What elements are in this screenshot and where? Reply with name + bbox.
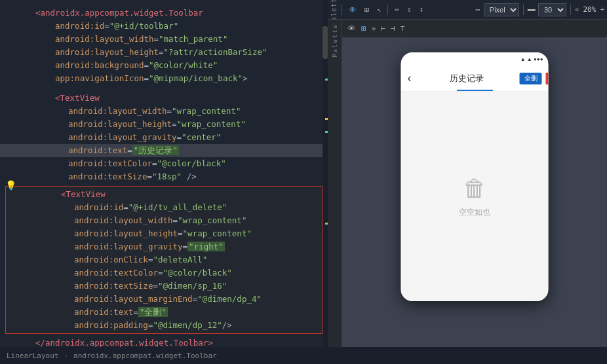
code-line-1: <androidx.appcompat.widget.Toolbar [0, 7, 328, 20]
status-bar: LinearLayout › androidx.appcompat.widget… [0, 347, 607, 364]
code-line-2: android:id="@+id/toolbar" [0, 20, 328, 33]
zoom-percent: 20% [582, 5, 598, 14]
code-line-4: android:layout_height="?attr/actionBarSi… [0, 46, 328, 59]
align-center-icon[interactable]: ↕ [417, 4, 427, 15]
toolbar-sep-4 [570, 5, 571, 15]
status-toolbar: androidx.appcompat.widget.Toolbar [73, 352, 217, 360]
phone-title: 历史记录 [414, 73, 520, 84]
design-area: Palette 👁 ⊞ ✛ ⊢ ⊣ ⊤ ▲ ▲ ●●● [328, 20, 607, 364]
toolbar-sep-3 [523, 5, 524, 15]
phone-mockup: ▲ ▲ ●●● ‹ 历史记录 全删 🗑 空空如也 [401, 52, 549, 301]
design-align-right-icon[interactable]: ⊣ [391, 24, 395, 33]
hl-line-5: android:layout_gravity="right" [6, 240, 322, 253]
scrollbar-thumb[interactable] [323, 26, 328, 59]
design-snap-icon[interactable]: ✛ [372, 24, 376, 33]
hl-line-4: android:layout_height="wrap_content" [6, 227, 322, 240]
phone-content: 🗑 空空如也 [401, 92, 549, 301]
hl-line-3: android:layout_width="wrap_content" [6, 214, 322, 227]
hl-line-2: android:id="@+id/tv_all_delete" [6, 201, 322, 214]
design-canvas: 👁 ⊞ ✛ ⊢ ⊣ ⊤ ▲ ▲ ●●● ‹ 历史记录 全删 [342, 20, 607, 364]
code-line-3: android:layout_width="match_parent" [0, 33, 328, 46]
design-toolbar: 👁 ⊞ ✛ ⊢ ⊣ ⊤ [342, 20, 607, 38]
device-select[interactable]: Pixel [484, 3, 519, 16]
right-panel: Palette 👁 ⊞ ↖ ⇔ ⇕ ↕ ▭ Pixel ▬▬ 30 [328, 0, 607, 364]
hl-line-7: android:textColor="@color/black" [6, 266, 322, 280]
toolbar-sep-2 [387, 5, 388, 15]
phone-app-bar: ‹ 历史记录 全删 [401, 65, 549, 92]
design-eye-icon[interactable]: 👁 [347, 24, 356, 33]
design-align-top-icon[interactable]: ⊤ [401, 24, 405, 33]
code-line-6: app:navigationIcon="@mipmap/icon_back"> [0, 72, 328, 85]
zoom-in-btn[interactable]: + [600, 5, 604, 14]
eye-icon[interactable]: 👁 [346, 4, 359, 16]
code-line-12: android:text="历史记录" [0, 144, 328, 157]
highlighted-code-block: <TextView android:id="@+id/tv_all_delete… [5, 186, 323, 334]
zoom-select[interactable]: 30 [538, 3, 566, 16]
align-v-icon[interactable]: ⇕ [404, 4, 414, 15]
code-line-14: android:textSize="18sp" /> [0, 170, 328, 183]
code-line-7 [0, 85, 328, 92]
hl-line-11: android:padding="@dimen/dp_12"/> [6, 319, 322, 332]
cursor-icon[interactable]: ↖ [374, 5, 383, 14]
code-line-5: android:background="@color/white" [0, 59, 328, 72]
phone-back-button: ‹ [408, 71, 412, 85]
zoom-bars-icon: ▬▬ [528, 6, 536, 13]
zoom-out-btn[interactable]: « [575, 5, 579, 14]
status-layout: LinearLayout [7, 352, 58, 360]
empty-state-icon: 🗑 [463, 175, 486, 202]
phone-status-icons: ▲ ▲ ●●● [520, 56, 543, 62]
hl-line-8: android:textSize="@dimen/sp_16" [6, 280, 322, 293]
lightbulb-icon[interactable]: 💡 [5, 180, 16, 191]
top-toolbar: Palette 👁 ⊞ ↖ ⇔ ⇕ ↕ ▭ Pixel ▬▬ 30 [328, 0, 607, 20]
design-grid-icon[interactable]: ⊞ [361, 24, 366, 33]
code-line-8: <TextView [0, 92, 328, 105]
code-line-13: android:textColor="@color/black" [0, 157, 328, 170]
palette-sidebar: Palette [328, 20, 342, 364]
grid-icon[interactable]: ⊞ [362, 4, 372, 16]
code-line-10: android:layout_height="wrap_content" [0, 118, 328, 131]
phone-red-indicator [546, 73, 549, 84]
editor-scrollbar[interactable] [323, 0, 328, 347]
phone-title-indicator [457, 90, 493, 91]
align-h-icon[interactable]: ⇔ [392, 4, 402, 15]
design-align-left-icon[interactable]: ⊢ [381, 24, 385, 33]
toolbar-sep-1 [342, 5, 342, 15]
phone-status-bar: ▲ ▲ ●●● [401, 52, 549, 65]
status-sep-1: › [64, 352, 68, 360]
code-editor: <androidx.appcompat.widget.Toolbar andro… [0, 0, 328, 347]
hl-line-9: android:layout_marginEnd="@dimen/dp_4" [6, 293, 322, 306]
hl-line-10: android:text="全删" [6, 306, 322, 319]
hl-line-6: android:onClick="deleteAll" [6, 253, 322, 266]
code-line-9: android:layout_width="wrap_content" [0, 105, 328, 118]
empty-state-text: 空空如也 [459, 207, 490, 218]
closing-line: </androidx.appcompat.widget.Toolbar> [0, 337, 328, 347]
code-line-11: android:layout_gravity="center" [0, 131, 328, 144]
hl-line-1: <TextView [6, 188, 322, 201]
phone-action-button[interactable]: 全删 [520, 73, 542, 84]
palette-sidebar-label: Palette [332, 24, 338, 58]
device-icon: ▭ [476, 6, 480, 13]
